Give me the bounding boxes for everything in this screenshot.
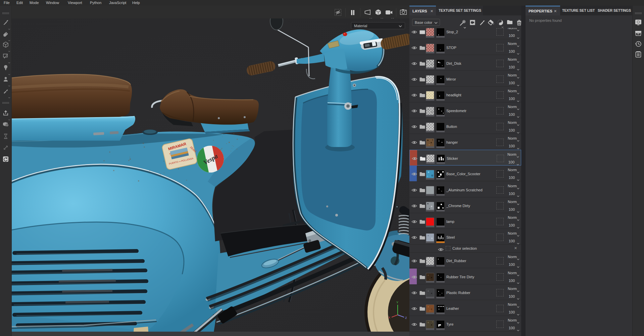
svg-text:Z: Z	[405, 316, 407, 320]
svg-text:X: X	[388, 316, 390, 319]
svg-text:Y: Y	[396, 301, 398, 304]
